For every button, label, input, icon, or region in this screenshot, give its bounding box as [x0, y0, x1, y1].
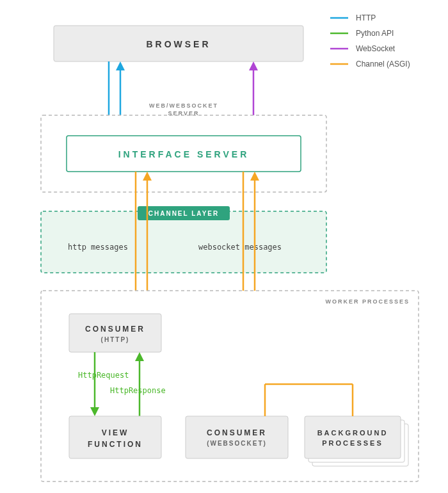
legend-http-label: HTTP	[356, 13, 376, 22]
http-response-label: HttpResponse	[110, 386, 166, 395]
browser-label: BROWSER	[146, 39, 211, 49]
view-function-box	[69, 416, 161, 458]
webserver-section-label-2: SERVER	[168, 110, 200, 117]
view-function-label-1: VIEW	[102, 428, 129, 437]
http-request-label: HttpRequest	[78, 371, 129, 380]
channel-layer-box	[41, 211, 326, 273]
worker-processes-label: WORKER PROCESSES	[325, 298, 410, 305]
websocket-messages-label: websocket messages	[198, 243, 282, 252]
background-label-1: BACKGROUND	[317, 429, 388, 437]
interface-server-label: INTERFACE SERVER	[118, 149, 250, 159]
consumer-http-sub: (HTTP)	[101, 336, 130, 343]
legend: HTTP Python API WebSocket Channel (ASGI)	[330, 13, 410, 69]
architecture-diagram: HTTP Python API WebSocket Channel (ASGI)…	[0, 0, 448, 493]
legend-python-api-label: Python API	[356, 29, 394, 38]
consumer-ws-title: CONSUMER	[207, 428, 267, 437]
consumer-http-title: CONSUMER	[85, 325, 145, 334]
http-messages-label: http messages	[68, 243, 128, 252]
background-box	[305, 416, 401, 458]
consumer-ws-sub: (WEBSOCKET)	[207, 440, 267, 447]
svg-marker-7	[116, 61, 125, 70]
consumer-ws-box	[186, 416, 288, 458]
legend-websocket-label: WebSocket	[356, 44, 396, 53]
background-label-2: PROCESSES	[322, 439, 383, 447]
view-function-label-2: FUNCTION	[88, 440, 143, 449]
webserver-section-label-1: WEB/WEBSOCKET	[149, 102, 218, 109]
channel-layer-tag-label: CHANNEL LAYER	[148, 210, 219, 217]
legend-channel-label: Channel (ASGI)	[356, 60, 410, 69]
svg-marker-9	[249, 61, 258, 70]
